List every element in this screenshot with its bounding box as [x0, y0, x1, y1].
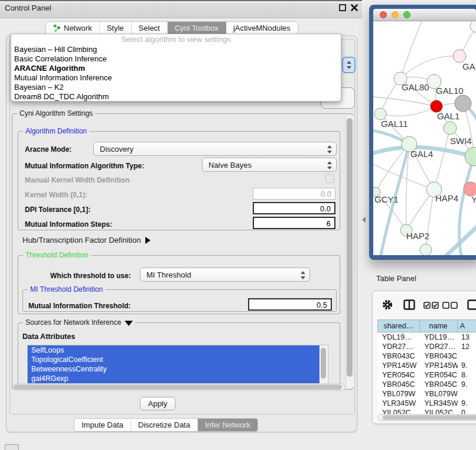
network-node-label-hap2: HAP2	[406, 231, 429, 241]
bottom-tab-label: Impute Data	[81, 420, 123, 429]
table-row[interactable]: YDL19…YDL19…13	[377, 332, 476, 342]
network-node-green-mid[interactable]	[444, 122, 457, 135]
dpi-tolerance-field[interactable]: 0.0	[253, 202, 335, 214]
algorithm-option-mutual-information-inference[interactable]: Mutual Information Inference	[11, 73, 341, 83]
tab-cyni-toolbox[interactable]: Cyni Toolbox	[168, 22, 226, 34]
manual-kernel-label: Manual Kernel Width Definition	[25, 176, 129, 184]
network-edge[interactable]	[373, 97, 436, 106]
columns-icon[interactable]	[403, 299, 415, 310]
bottom-tab-discretize-data[interactable]: Discretize Data	[131, 419, 198, 431]
close-icon[interactable]	[350, 4, 358, 12]
manual-kernel-checkbox[interactable]	[325, 174, 334, 183]
network-node-swi4[interactable]	[465, 147, 476, 166]
close-traffic-light-icon[interactable]	[380, 11, 387, 18]
select-all-checkboxes-icon[interactable]	[423, 302, 439, 309]
column-header-a[interactable]: A	[458, 319, 476, 332]
which-threshold-label: Which threshold to use:	[50, 272, 131, 280]
network-node-gal11[interactable]	[374, 108, 386, 120]
mi-steps-field[interactable]: 6	[253, 217, 335, 229]
data-attributes-list[interactable]: SelfLoopsTopologicalCoefficientBetweenne…	[27, 345, 328, 385]
kernel-width-field[interactable]: 0.0	[253, 188, 335, 200]
network-window-titlebar[interactable]	[373, 9, 476, 21]
which-threshold-select[interactable]: MI Threshold	[140, 268, 310, 282]
aracne-mode-select[interactable]: Discovery	[93, 142, 337, 156]
table-row[interactable]: YBL079WYBL079W	[377, 389, 476, 399]
minimize-traffic-light-icon[interactable]	[392, 11, 399, 18]
partial-toolbar-icon[interactable]	[467, 299, 476, 310]
table-cell: YBR045C	[377, 380, 420, 389]
table-row[interactable]: YBR045CYBR045C9.	[377, 380, 476, 389]
threshold-definition-title: Threshold Definition	[23, 251, 91, 259]
network-node-gal1[interactable]	[431, 100, 442, 112]
table-cell: 8.	[458, 370, 476, 380]
zoom-traffic-light-icon[interactable]	[403, 11, 410, 18]
network-node-top-partial[interactable]	[470, 21, 476, 32]
mi-threshold-field[interactable]: 0.5	[248, 298, 332, 311]
table-cell: YPR145W	[420, 361, 458, 370]
table-cell: YDR27…	[420, 342, 458, 351]
table-row[interactable]: YBR043CYBR043C	[377, 351, 476, 361]
table-cell: YPR145W	[377, 361, 420, 370]
mi-algorithm-type-select[interactable]: Naive Bayes	[202, 158, 337, 172]
bottom-tab-impute-data[interactable]: Impute Data	[74, 419, 131, 431]
focused-spinner-fragment[interactable]	[342, 57, 356, 73]
table-cell: YLR345W	[420, 399, 458, 408]
hub-section-toggle[interactable]: Hub/Transcription Factor Definition	[22, 236, 151, 244]
panel-divider-collapse-icon[interactable]	[362, 217, 366, 223]
table-panel: shared…nameA YDL19…YDL19…13YDR27…YDR27…1…	[372, 291, 476, 424]
tab-select[interactable]: Select	[132, 22, 168, 34]
network-node-label-gal-top: GAL	[462, 61, 476, 71]
network-node-gal-top[interactable]	[453, 50, 466, 63]
gear-icon[interactable]	[382, 299, 393, 310]
apply-button[interactable]: Apply	[140, 397, 175, 410]
tab-network[interactable]: Network	[46, 22, 100, 34]
attribute-item-topologicalcoefficient[interactable]: TopologicalCoefficient	[28, 355, 319, 364]
sources-title: Sources for Network Inference	[25, 318, 121, 327]
column-header-name[interactable]: name	[420, 319, 458, 332]
window-chrome-line	[0, 0, 362, 1]
network-edge[interactable]	[400, 56, 459, 79]
which-threshold-value: MI Threshold	[146, 270, 191, 279]
deselect-checkboxes-icon[interactable]	[442, 302, 458, 309]
table-row[interactable]: YLR345WYLR345W9.	[377, 399, 476, 408]
algorithm-option-basic-correlation-inference[interactable]: Basic Correlation Inference	[11, 54, 341, 64]
table-cell: YER054C	[377, 370, 420, 380]
settings-hscrollbar-thumb[interactable]	[14, 384, 342, 390]
control-panel-tabs: NetworkStyleSelectCyni ToolboxjActiveMNo…	[45, 21, 298, 35]
network-edge[interactable]	[434, 128, 450, 190]
table-row[interactable]: YDR27…YDR27…12	[377, 342, 476, 351]
algorithm-option-bayesian-hill-climbing[interactable]: Bayesian – Hill Climbing	[11, 45, 341, 54]
table-cell: YDL19…	[377, 332, 420, 342]
mi-type-label: Mutual Information Algorithm Type:	[25, 162, 144, 170]
column-header-shared[interactable]: shared…	[377, 319, 420, 332]
network-edge[interactable]	[380, 106, 436, 116]
network-node-gray-node[interactable]	[455, 95, 471, 112]
attributes-scrollbar-thumb[interactable]	[321, 348, 326, 379]
chevron-right-icon	[145, 237, 151, 244]
sources-toggle[interactable]: Sources for Network Inference	[23, 318, 135, 327]
settings-scrollbar-thumb[interactable]	[347, 118, 353, 377]
network-canvas[interactable]: GALGAL80GAL10GAL1GAL11GAL4SWI4GCY1HAP4YH…	[373, 21, 476, 255]
attribute-item-betweennesscentrality[interactable]: BetweennessCentrality	[28, 364, 319, 374]
table-hscrollbar-thumb[interactable]	[383, 415, 476, 420]
algorithm-option-aracne-algorithm[interactable]: ARACNE Algorithm	[11, 64, 341, 73]
table-row[interactable]: YER054CYER054C8.	[377, 370, 476, 380]
tab-jactivemnodules[interactable]: jActiveMNodules	[226, 22, 298, 34]
table-row[interactable]: YPR145WYPR145W9.	[377, 361, 476, 370]
tab-label: Network	[64, 24, 92, 32]
minimized-panel-stub[interactable]	[5, 444, 19, 450]
table-panel-title: Table Panel	[376, 274, 416, 283]
attribute-item-gal4rgexp[interactable]: gal4RGexp	[28, 374, 319, 383]
algorithm-option-bayesian-k2[interactable]: Bayesian – K2	[11, 83, 341, 92]
tab-style[interactable]: Style	[100, 22, 132, 34]
float-window-icon[interactable]	[339, 4, 346, 11]
kernel-width-label: Kernel Width (0,1):	[25, 191, 87, 199]
mi-threshold-title: MI Threshold Definition	[28, 285, 105, 294]
table-cell: 9.	[458, 380, 476, 389]
algorithm-option-dream8-dc-tdc-algorithm[interactable]: Dream8 DC_TDC Algorithm	[11, 92, 341, 102]
bottom-tab-infer-network[interactable]: Infer Network	[198, 419, 257, 431]
control-panel-title: Control Panel	[5, 4, 51, 12]
table-hscrollbar-track	[377, 414, 476, 421]
attribute-item-selfloops[interactable]: SelfLoops	[28, 345, 319, 355]
network-node-bottom-partial[interactable]	[420, 244, 432, 255]
